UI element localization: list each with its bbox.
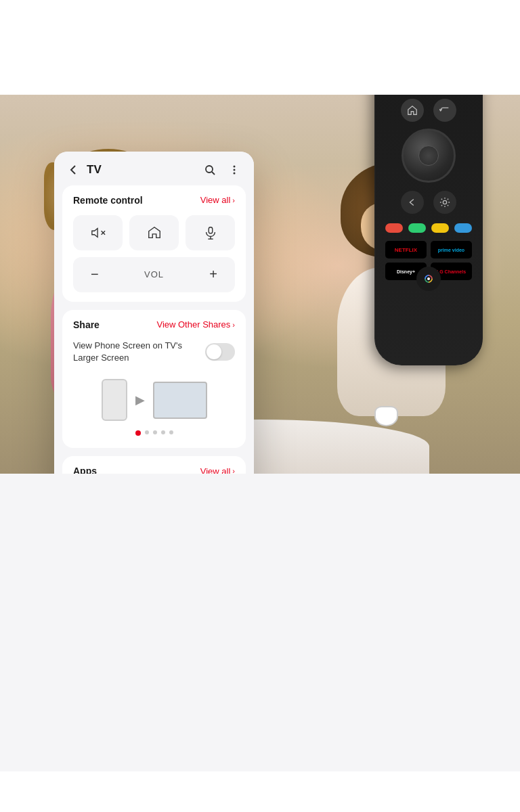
color-btn-green[interactable]	[408, 223, 426, 233]
remote-section-header: Remote control View all ›	[73, 195, 235, 206]
svg-point-2	[234, 165, 236, 167]
phone-header: TV	[54, 152, 254, 185]
screen-transfer-illustration: ▶	[73, 374, 235, 424]
netflix-button[interactable]: NETFLIX	[385, 241, 427, 258]
remote-settings-btn[interactable]	[433, 191, 456, 214]
phone-header-right	[202, 162, 242, 177]
cup-right	[374, 406, 398, 426]
search-icon[interactable]	[202, 162, 217, 177]
svg-point-3	[234, 168, 236, 171]
home-button[interactable]	[129, 215, 179, 250]
svg-rect-8	[209, 227, 213, 233]
view-all-arrow-icon: ›	[232, 196, 235, 204]
volume-plus-button[interactable]: +	[202, 267, 224, 282]
svg-point-0	[206, 166, 213, 173]
svg-point-31	[427, 277, 430, 280]
color-btn-blue[interactable]	[454, 223, 472, 233]
apps-arrow-icon: ›	[232, 467, 235, 474]
remote-control-device: 1 2 3 4 5 6 7 8 9 -/= 0 ···	[371, 95, 486, 365]
tv-device-icon	[153, 382, 207, 419]
carousel-dot-3[interactable]	[153, 430, 157, 434]
bottom-area	[0, 474, 520, 771]
screen-share-toggle[interactable]	[205, 343, 235, 361]
remote-body: 1 2 3 4 5 6 7 8 9 -/= 0 ···	[374, 95, 483, 365]
remote-view-all-link[interactable]: View all ›	[200, 195, 235, 205]
google-assistant-button[interactable]	[416, 267, 441, 291]
remote-view-all-text: View all	[200, 195, 231, 205]
remote-icon-buttons-row	[73, 215, 235, 250]
phone-header-left: TV	[66, 163, 102, 177]
share-content: View Phone Screen on TV's Larger Screen …	[73, 340, 235, 438]
phone-device-icon	[102, 379, 127, 421]
home-return-row	[401, 99, 456, 122]
svg-line-1	[212, 172, 215, 175]
google-assistant-row	[416, 267, 441, 291]
share-arrow-icon: ›	[232, 321, 235, 329]
top-spacer	[0, 0, 520, 95]
share-section-title: Share	[73, 319, 100, 330]
apps-section: Apps View all ›	[62, 456, 246, 474]
more-icon[interactable]	[227, 162, 242, 177]
apps-section-header: Apps View all ›	[73, 466, 235, 474]
apps-section-title: Apps	[73, 466, 97, 474]
carousel-dot-2[interactable]	[145, 430, 149, 434]
remote-back-btn[interactable]	[401, 191, 424, 214]
hero-section: TV	[0, 95, 520, 474]
prime-video-button[interactable]: prime video	[431, 241, 472, 258]
share-view-other-text: View Other Shares	[156, 319, 230, 330]
remote-return-btn[interactable]	[433, 99, 456, 122]
apps-view-all-link[interactable]: View all ›	[200, 466, 235, 474]
share-section-header: Share View Other Shares ›	[73, 319, 235, 330]
volume-row: − VOL +	[73, 257, 235, 292]
color-buttons-row	[385, 223, 472, 233]
share-toggle-row: View Phone Screen on TV's Larger Screen	[73, 340, 235, 364]
share-description-text: View Phone Screen on TV's Larger Screen	[73, 340, 205, 364]
share-view-other-link[interactable]: View Other Shares ›	[156, 319, 235, 330]
carousel-dot-5[interactable]	[169, 430, 173, 434]
apps-view-all-text: View all	[200, 466, 231, 474]
scroll-wheel[interactable]	[402, 129, 456, 183]
carousel-dots	[73, 424, 235, 438]
carousel-dot-1[interactable]	[135, 430, 141, 436]
scroll-wheel-area	[402, 129, 456, 183]
remote-home-btn[interactable]	[401, 99, 424, 122]
volume-minus-button[interactable]: −	[84, 267, 106, 282]
remote-control-section: Remote control View all ›	[62, 185, 246, 302]
svg-point-29	[443, 200, 446, 204]
color-btn-red[interactable]	[385, 223, 403, 233]
back-settings-row	[401, 191, 456, 214]
back-button[interactable]	[66, 163, 80, 177]
carousel-dot-4[interactable]	[161, 430, 165, 434]
svg-marker-5	[91, 228, 97, 237]
color-btn-yellow[interactable]	[431, 223, 449, 233]
mic-button[interactable]	[186, 215, 235, 250]
phone-title: TV	[87, 163, 102, 177]
svg-point-4	[234, 172, 236, 174]
share-section: Share View Other Shares › View Phone Scr…	[62, 310, 246, 448]
volume-label: VOL	[106, 269, 203, 279]
phone-overlay: TV	[54, 152, 254, 474]
transfer-arrow-icon: ▶	[135, 392, 145, 407]
mute-button[interactable]	[73, 215, 123, 250]
remote-section-title: Remote control	[73, 195, 143, 206]
